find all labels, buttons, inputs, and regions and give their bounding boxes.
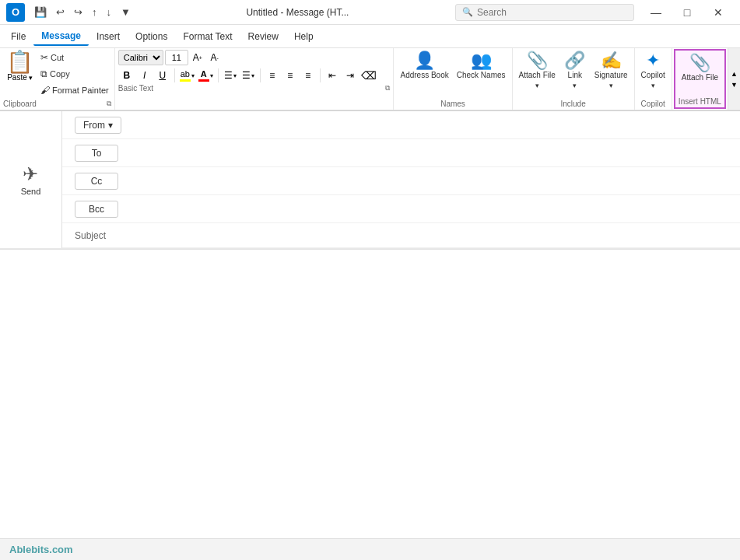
paste-chevron-icon: ▾ (29, 74, 33, 82)
bullets-button[interactable]: ☰▾ (222, 67, 239, 84)
ribbon-scroll-panel: ▲ ▼ (728, 48, 740, 110)
close-button[interactable]: ✕ (703, 2, 734, 23)
to-row: To (62, 139, 740, 167)
cc-row: Cc (62, 167, 740, 195)
subject-label: Subject (62, 227, 125, 244)
bcc-button[interactable]: Bcc (75, 201, 118, 218)
menu-review[interactable]: Review (240, 28, 286, 45)
up-button[interactable]: ↑ (89, 4, 100, 20)
menu-format-text[interactable]: Format Text (175, 28, 240, 45)
copy-button[interactable]: ⧉ Copy (38, 66, 111, 82)
format-separator (174, 68, 175, 82)
grow-font-button[interactable]: A+ (190, 50, 205, 65)
email-header: ✈ Send From ▾ To (0, 111, 740, 250)
menu-insert[interactable]: Insert (89, 28, 128, 45)
font-color-icon: A (201, 69, 207, 79)
include-buttons: 📎 Attach File ▾ 🔗 Link ▾ ✍ Signature ▾ (516, 50, 631, 100)
numbering-button[interactable]: ☰▾ (240, 67, 257, 84)
format-separator2 (218, 68, 219, 82)
send-label: Send (21, 187, 41, 196)
search-box[interactable]: 🔍 (455, 4, 634, 21)
align-center-button[interactable]: ≡ (282, 67, 299, 84)
copilot-button[interactable]: ✦ Copilot ▾ (638, 50, 668, 92)
bold-button[interactable]: B (118, 67, 135, 84)
from-button[interactable]: From ▾ (75, 117, 121, 134)
font-color-btn: A (198, 69, 209, 82)
highlight-button[interactable]: ab ▾ (178, 67, 196, 84)
window-title: Untitled - Message (HT... (140, 7, 455, 18)
quick-access-toolbar: 💾 ↩ ↪ ↑ ↓ ▼ (31, 4, 134, 20)
email-body[interactable] (0, 250, 740, 538)
signature-button[interactable]: ✍ Signature ▾ (591, 50, 631, 92)
attach-file-button[interactable]: 📎 Attach File ▾ (516, 50, 559, 92)
copilot-buttons: ✦ Copilot ▾ (638, 50, 668, 100)
clipboard-label-row: Clipboard ⧉ (3, 100, 111, 108)
font-family-select[interactable]: Calibri (118, 50, 163, 65)
copilot-group-label: Copilot (641, 100, 665, 108)
italic-button[interactable]: I (136, 67, 153, 84)
shrink-font-button[interactable]: A- (207, 50, 223, 65)
format-painter-button[interactable]: 🖌 Format Painter (38, 82, 111, 98)
to-input[interactable] (125, 145, 740, 162)
menu-file[interactable]: File (3, 28, 33, 45)
ribbon-scroll-down-button[interactable]: ▼ (729, 79, 739, 90)
send-button-area[interactable]: ✈ Send (0, 111, 62, 248)
clipboard-expand-icon[interactable]: ⧉ (107, 100, 111, 108)
font-size-input[interactable] (165, 50, 188, 65)
insert-html-attach-button[interactable]: 📎 Attach File (679, 52, 721, 85)
window-controls: — □ ✕ (640, 2, 734, 23)
bullets-dropdown-icon: ▾ (233, 72, 237, 79)
save-button[interactable]: 💾 (31, 4, 50, 20)
ribbon: 📋 Paste ▾ ✂ Cut ⧉ Copy (0, 48, 740, 111)
redo-button[interactable]: ↪ (71, 4, 86, 20)
send-plane-icon: ✈ (23, 163, 38, 185)
underline-button[interactable]: U (154, 67, 171, 84)
copilot-chevron-icon: ▾ (651, 82, 655, 89)
from-input[interactable] (128, 117, 740, 134)
maximize-button[interactable]: □ (672, 2, 703, 23)
copilot-icon: ✦ (646, 52, 660, 69)
attach-file-chevron-icon: ▾ (535, 82, 539, 89)
from-row: From ▾ (62, 111, 740, 139)
format-separator3 (260, 68, 261, 82)
align-left-button[interactable]: ≡ (264, 67, 281, 84)
align-right-button[interactable]: ≡ (300, 67, 317, 84)
undo-button[interactable]: ↩ (53, 4, 68, 20)
customize-button[interactable]: ▼ (117, 4, 134, 20)
check-names-button[interactable]: 👥 Check Names (454, 50, 509, 82)
minimize-button[interactable]: — (640, 2, 672, 23)
link-icon: 🔗 (564, 52, 585, 69)
menu-message[interactable]: Message (33, 27, 89, 46)
cc-input[interactable] (125, 173, 740, 190)
to-button[interactable]: To (75, 145, 118, 162)
ribbon-group-basic-text: Calibri A+ A- B I U ab ▾ (115, 48, 395, 110)
font-controls-row: Calibri A+ A- (118, 50, 391, 65)
menu-bar: File Message Insert Options Format Text … (0, 25, 740, 48)
down-button[interactable]: ↓ (103, 4, 115, 20)
basic-text-expand-icon[interactable]: ⧉ (385, 84, 390, 93)
clear-formatting-button[interactable]: ⌫ (359, 67, 378, 84)
address-book-button[interactable]: 👤 Address Book (397, 50, 451, 82)
basic-text-group-label: Basic Text (118, 84, 153, 93)
cut-button[interactable]: ✂ Cut (38, 50, 111, 65)
menu-help[interactable]: Help (286, 28, 321, 45)
paste-button[interactable]: 📋 Paste ▾ (3, 50, 37, 83)
search-input[interactable] (477, 7, 627, 18)
font-color-button[interactable]: A ▾ (197, 67, 215, 84)
include-label-row: Include (560, 100, 585, 108)
paste-label: Paste ▾ (7, 73, 33, 82)
bcc-row: Bcc (62, 195, 740, 223)
decrease-indent-button[interactable]: ⇤ (324, 67, 341, 84)
insert-html-label-row: Insert HTML (679, 97, 721, 106)
clipboard-secondary-buttons: ✂ Cut ⧉ Copy 🖌 Format Painter (38, 50, 111, 98)
increase-indent-button[interactable]: ⇥ (342, 67, 359, 84)
subject-input[interactable] (125, 227, 740, 244)
insert-html-attach-icon: 📎 (689, 54, 710, 72)
link-button[interactable]: 🔗 Link ▾ (560, 50, 590, 92)
ribbon-scroll-up-button[interactable]: ▲ (729, 68, 739, 79)
from-chevron-icon: ▾ (108, 120, 113, 131)
menu-options[interactable]: Options (128, 28, 175, 45)
bcc-input[interactable] (125, 201, 740, 218)
cc-button[interactable]: Cc (75, 173, 118, 190)
ribbon-group-insert-html: 📎 Attach File Insert HTML (674, 49, 726, 109)
